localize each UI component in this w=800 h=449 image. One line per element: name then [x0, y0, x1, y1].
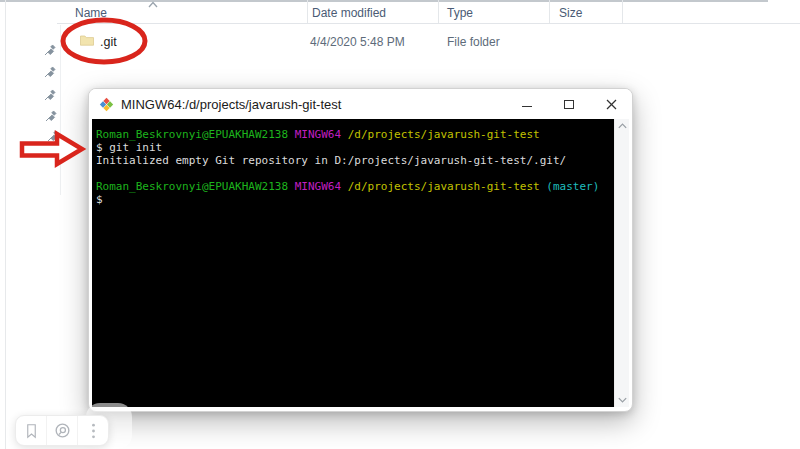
terminal-line: Roman_Beskrovnyi@EPUAKHAW2138 MINGW64 /d… — [96, 180, 612, 193]
kebab-menu-icon — [91, 422, 96, 440]
close-button[interactable] — [590, 89, 632, 119]
pushpin-icon[interactable] — [43, 66, 56, 79]
screenshot-search-icon — [53, 421, 72, 440]
column-separator — [622, 0, 623, 23]
column-separator — [438, 0, 439, 23]
screen: Name Date modified Type Size .git 4/4/20… — [0, 0, 800, 449]
file-row-type: File folder — [447, 35, 500, 49]
bookmark-button[interactable] — [16, 416, 46, 445]
scroll-down-icon[interactable] — [617, 396, 628, 404]
terminal-line: $ git init — [96, 141, 612, 154]
column-header-size[interactable]: Size — [559, 6, 582, 20]
column-header-name[interactable]: Name — [75, 6, 107, 20]
terminal-line — [96, 167, 612, 180]
minimize-icon — [522, 106, 532, 107]
nav-pane-divider — [60, 25, 61, 195]
header-underline — [57, 23, 800, 24]
minimize-button[interactable] — [506, 89, 548, 119]
maximize-button[interactable] — [548, 89, 590, 119]
git-bash-window: MINGW64:/d/projects/javarush-git-test Ro… — [88, 88, 633, 412]
pushpin-icon[interactable] — [43, 89, 56, 102]
chevron-up-icon — [147, 1, 159, 8]
scroll-up-icon[interactable] — [617, 122, 628, 130]
column-separator — [549, 0, 550, 23]
terminal-line: $ — [96, 193, 612, 206]
git-bash-diamond-icon — [99, 97, 114, 112]
terminal-line: Initialized empty Git repository in D:/p… — [96, 154, 612, 167]
terminal-scrollbar[interactable] — [614, 119, 629, 407]
window-title: MINGW64:/d/projects/javarush-git-test — [121, 97, 341, 112]
pane-left-edge — [5, 0, 6, 449]
bookmark-icon — [24, 422, 39, 440]
folder-icon — [80, 34, 94, 46]
screenshot-search-button[interactable] — [46, 416, 77, 445]
column-separator — [307, 0, 308, 23]
close-icon — [606, 99, 617, 110]
pushpin-icon[interactable] — [43, 44, 56, 57]
pushpin-icon[interactable] — [44, 110, 57, 123]
column-header-date-modified[interactable]: Date modified — [312, 6, 386, 20]
title-bar[interactable]: MINGW64:/d/projects/javarush-git-test — [89, 89, 632, 119]
file-row-date-modified: 4/4/2020 5:48 PM — [310, 35, 405, 49]
file-row-name[interactable]: .git — [100, 35, 117, 49]
column-header-type[interactable]: Type — [447, 6, 473, 20]
maximize-icon — [564, 100, 574, 109]
pushpin-icon[interactable] — [46, 130, 59, 143]
window-top-edge — [0, 0, 768, 2]
annotation-mini-toolbar — [15, 415, 109, 446]
terminal-line: Roman_Beskrovnyi@EPUAKHAW2138 MINGW64 /d… — [96, 128, 612, 141]
terminal-console[interactable]: Roman_Beskrovnyi@EPUAKHAW2138 MINGW64 /d… — [92, 119, 614, 407]
kebab-menu-button[interactable] — [77, 416, 108, 445]
